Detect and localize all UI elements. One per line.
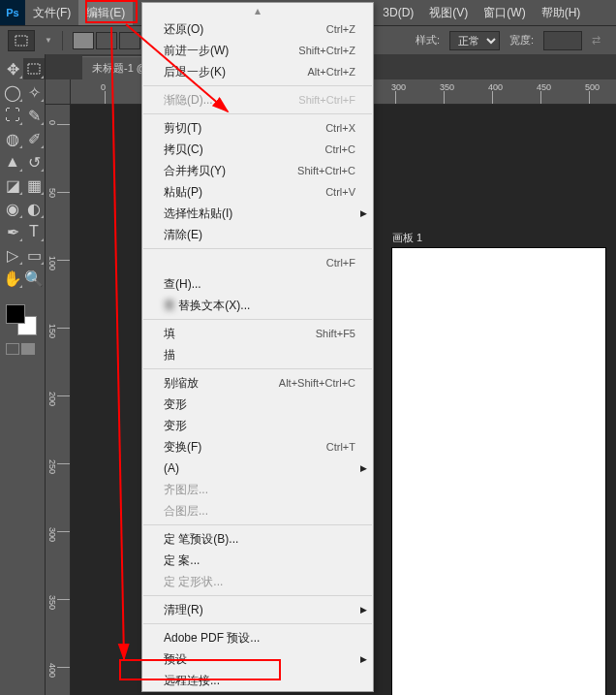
menu-item[interactable]: 查(H)...	[142, 273, 373, 295]
menu-item[interactable]: 剪切(T) Ctrl+X	[142, 117, 373, 139]
link-icon[interactable]: ⇄	[592, 34, 601, 47]
chevron-down-icon[interactable]: ▼	[45, 36, 52, 45]
path-tool[interactable]: ▷	[2, 244, 23, 266]
move-tool[interactable]: ✥	[2, 58, 23, 79]
color-swatches[interactable]	[0, 304, 45, 355]
menu-item[interactable]: (A) ▶	[142, 458, 373, 479]
menu-item[interactable]: 变形	[142, 394, 373, 415]
wand-tool[interactable]: ✧	[23, 81, 45, 103]
menu-item[interactable]: 合并拷贝(Y) Shift+Ctrl+C	[142, 160, 373, 181]
menu-item[interactable]: 填 Shift+F5	[142, 323, 373, 344]
menu-item[interactable]: 预设 ▶	[142, 648, 373, 670]
menu-item[interactable]: 拷贝(C) Ctrl+C	[142, 139, 373, 160]
menu-item[interactable]: 选择性粘贴(I) ▶	[142, 203, 373, 224]
foreground-color[interactable]	[6, 304, 25, 324]
svg-rect-0	[15, 36, 27, 46]
artboard-label[interactable]: 画板 1	[392, 231, 422, 245]
edit-menu-dropdown: ▴ 还原(O) Ctrl+Z 前进一步(W) Shift+Ctrl+Z 后退一步…	[141, 2, 374, 692]
menu-help[interactable]: 帮助(H)	[534, 0, 589, 25]
history-brush-tool[interactable]: ↺	[23, 151, 45, 173]
eyedropper-tool[interactable]: ✎	[23, 105, 45, 126]
menu-item[interactable]: Adobe PDF 预设...	[142, 627, 373, 648]
menu-item[interactable]: 变换(F) Ctrl+T	[142, 436, 373, 458]
menu-item[interactable]: 描	[142, 344, 373, 365]
style-label: 样式:	[416, 33, 440, 47]
heal-tool[interactable]: ◍	[2, 128, 23, 149]
menu-item: 合图层...	[142, 500, 373, 521]
tool-panel: ✥ ◯✧ ⛶✎ ◍✐ ▲↺ ◪▦ ◉◐ ✒T ▷▭ ✋🔍	[0, 54, 46, 695]
hand-tool[interactable]: ✋	[2, 268, 23, 289]
zoom-tool[interactable]: 🔍	[23, 268, 45, 289]
menu-window[interactable]: 窗口(W)	[476, 0, 533, 25]
menu-item[interactable]: 变形	[142, 415, 373, 436]
menu-item[interactable]: 远程连接...	[142, 670, 373, 691]
menu-item[interactable]: 定 案...	[142, 550, 373, 571]
width-input[interactable]	[543, 31, 582, 50]
width-label: 宽度:	[509, 33, 534, 47]
svg-rect-1	[28, 64, 40, 74]
ruler-vertical: 050100150200250300350400450	[46, 105, 71, 695]
blur-tool[interactable]: ◉	[2, 198, 23, 219]
ps-logo: Ps	[0, 0, 25, 25]
menu-item[interactable]: 还原(O) Ctrl+Z	[142, 18, 373, 40]
menu-item[interactable]: 别缩放 Alt+Shift+Ctrl+C	[142, 372, 373, 394]
eraser-tool[interactable]: ◪	[2, 174, 23, 196]
menu-item[interactable]: 清除(E)	[142, 224, 373, 245]
menu-edit[interactable]: 编辑(E)	[78, 0, 133, 25]
marquee-tool[interactable]	[23, 58, 45, 79]
menu-view[interactable]: 视图(V)	[421, 0, 476, 25]
lasso-tool[interactable]: ◯	[2, 81, 23, 103]
menu-item[interactable]: 粘贴(P) Ctrl+V	[142, 181, 373, 203]
menu-3d[interactable]: 3D(D)	[375, 0, 421, 25]
menu-item[interactable]: 定 笔预设(B)...	[142, 528, 373, 550]
menu-item[interactable]: 查 替换文本(X)...	[142, 295, 373, 316]
dodge-tool[interactable]: ◐	[23, 198, 45, 219]
menu-file[interactable]: 文件(F)	[25, 0, 78, 25]
stamp-tool[interactable]: ▲	[2, 151, 23, 173]
artboard[interactable]	[392, 248, 605, 695]
style-select[interactable]: 正常	[449, 31, 500, 50]
type-tool[interactable]: T	[23, 221, 45, 242]
menu-item: 渐隐(D)... Shift+Ctrl+F	[142, 89, 373, 111]
crop-tool[interactable]: ⛶	[2, 105, 23, 126]
menu-item: 齐图层...	[142, 479, 373, 500]
tool-preset-icon[interactable]	[8, 30, 35, 51]
menu-item[interactable]: 清理(R) ▶	[142, 599, 373, 620]
ruler-corner	[46, 79, 71, 105]
pen-tool[interactable]: ✒	[2, 221, 23, 242]
menu-item[interactable]: 前进一步(W) Shift+Ctrl+Z	[142, 40, 373, 61]
menu-item: 定 定形状...	[142, 571, 373, 592]
brush-tool[interactable]: ✐	[23, 128, 45, 149]
menu-item[interactable]: 后退一步(K) Alt+Ctrl+Z	[142, 61, 373, 82]
shape-tool[interactable]: ▭	[23, 244, 45, 266]
gradient-tool[interactable]: ▦	[23, 174, 45, 196]
menu-item[interactable]: Ctrl+F	[142, 252, 373, 273]
